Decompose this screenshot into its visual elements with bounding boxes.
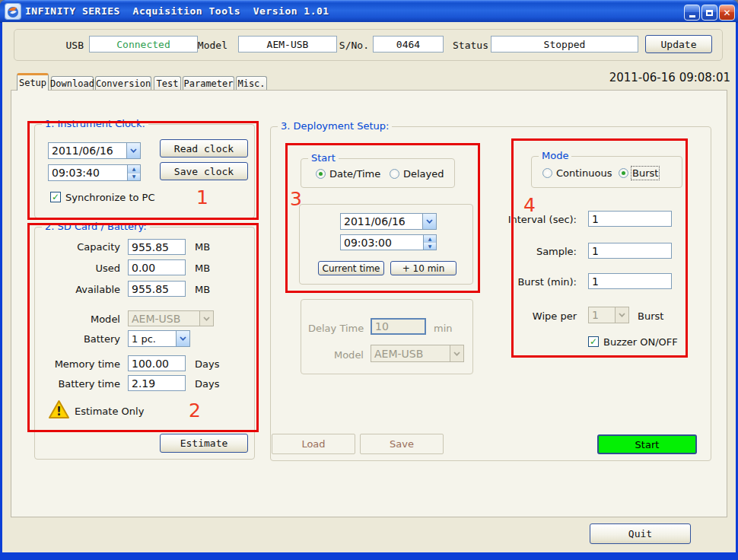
delay-model-value: AEM-USB [371, 345, 450, 361]
delay-time-label: Delay Time [308, 323, 364, 334]
battery-value: 1 pc. [129, 331, 176, 346]
load-button[interactable]: Load [272, 434, 355, 454]
battery-label: Battery [37, 333, 120, 345]
radio-burst-label: Burst [632, 167, 658, 179]
sd-model-label: Model [37, 313, 120, 325]
wipe-per-value: 1 [589, 307, 615, 323]
delay-time-unit: min [434, 323, 453, 334]
minimize-icon [689, 15, 695, 18]
battery-time-label: Battery time [37, 378, 120, 390]
quit-button[interactable]: Quit [590, 523, 691, 544]
close-button[interactable]: ✕ [719, 5, 735, 21]
available-label: Available [37, 284, 120, 295]
capacity-field[interactable]: 955.85 [128, 239, 186, 255]
capacity-unit: MB [195, 241, 210, 253]
delay-model-select: AEM-USB [371, 345, 464, 362]
buzzer-label: Buzzer ON/OFF [603, 336, 678, 348]
battery-dropdown-arrow-icon[interactable] [176, 331, 189, 346]
status-field: Stopped [491, 36, 638, 52]
available-unit: MB [195, 284, 210, 295]
deploy-date-value: 2011/06/16 [341, 214, 422, 229]
battery-time-field[interactable]: 2.19 [128, 375, 186, 391]
start-group-title: Start [308, 152, 339, 164]
tab-misc[interactable]: Misc. [236, 76, 267, 91]
check-icon: ✓ [590, 337, 597, 346]
sync-to-pc-checkbox[interactable]: ✓ [50, 192, 61, 202]
annotation-number-4: 4 [523, 196, 536, 215]
app-icon [5, 4, 21, 19]
burst-min-field[interactable]: 1 [588, 273, 672, 289]
memory-time-unit: Days [195, 358, 219, 370]
radio-date-time-label: Date/Time [329, 168, 380, 180]
tab-download[interactable]: Download [51, 76, 94, 91]
deploy-date-dropdown-arrow-icon[interactable] [422, 214, 436, 229]
mode-group-title: Mode [539, 150, 571, 162]
check-icon: ✓ [52, 192, 59, 202]
clock-time-value: 09:03:40 [49, 165, 127, 180]
delay-model-label: Model [329, 349, 364, 361]
status-label: Status [453, 40, 488, 51]
spinner-down-icon[interactable]: ▼ [424, 242, 436, 250]
sd-model-value: AEM-USB [129, 311, 199, 326]
spinner-down-icon[interactable]: ▼ [128, 173, 140, 181]
usb-label: USB [47, 40, 84, 51]
sdcard-battery-title: 2. SD Card / Battery: [42, 221, 150, 233]
sample-field[interactable]: 1 [588, 243, 672, 259]
usb-status-field: Connected [89, 36, 198, 52]
model-label: Model [194, 40, 227, 51]
tab-test[interactable]: Test [154, 76, 181, 91]
annotation-number-2: 2 [189, 401, 201, 420]
start-button[interactable]: Start [597, 434, 697, 454]
sync-to-pc-label: Synchronize to PC [65, 192, 155, 203]
spinner-up-icon[interactable]: ▲ [424, 235, 436, 242]
tab-conversion[interactable]: Conversion [95, 76, 151, 91]
delay-group [301, 299, 473, 374]
sd-model-select: AEM-USB [128, 310, 214, 326]
radio-continuous-label: Continuous [556, 167, 612, 179]
wipe-per-label: Wipe per [493, 310, 577, 322]
used-unit: MB [195, 262, 210, 274]
available-field[interactable]: 955.85 [128, 281, 186, 297]
clock-date-dropdown-arrow-icon[interactable] [126, 143, 140, 158]
radio-dot-icon [319, 172, 323, 176]
deploy-time-spinner[interactable]: 09:03:00 ▲ ▼ [340, 234, 437, 250]
maximize-button[interactable] [701, 5, 717, 21]
deployment-setup-title: 3. Deployment Setup: [278, 120, 392, 132]
radio-continuous[interactable] [542, 168, 552, 178]
save-clock-button[interactable]: Save clock [160, 162, 248, 180]
sample-label: Sample: [493, 246, 577, 257]
plus-ten-min-button[interactable]: + 10 min [390, 261, 456, 275]
close-icon: ✕ [723, 8, 730, 18]
radio-delayed[interactable] [390, 169, 399, 179]
estimate-only-note: Estimate Only [75, 406, 144, 417]
wipe-per-unit: Burst [638, 310, 663, 322]
radio-delayed-label: Delayed [403, 168, 444, 180]
burst-min-label: Burst (min): [493, 276, 577, 288]
maximize-icon [706, 10, 713, 16]
buzzer-checkbox[interactable]: ✓ [588, 336, 599, 347]
clock-date-select[interactable]: 2011/06/16 [48, 142, 141, 159]
serial-number-field: 0464 [373, 36, 444, 52]
battery-time-unit: Days [195, 378, 219, 390]
current-time-button[interactable]: Current time [318, 261, 384, 275]
estimate-button[interactable]: Estimate [160, 434, 248, 453]
interval-field[interactable]: 1 [588, 211, 672, 227]
delay-model-dropdown-arrow-icon [450, 345, 463, 361]
used-field[interactable]: 0.00 [128, 259, 186, 275]
radio-date-time[interactable] [316, 169, 326, 179]
memory-time-field[interactable]: 100.00 [128, 355, 186, 371]
spinner-up-icon[interactable]: ▲ [128, 165, 140, 173]
title-bar: INFINITY SERIES Acquisition Tools Versio… [0, 0, 738, 23]
deploy-date-select[interactable]: 2011/06/16 [340, 213, 437, 230]
delay-time-field: 10 [371, 318, 426, 335]
capacity-label: Capacity [37, 241, 120, 253]
clock-time-spinner[interactable]: 09:03:40 ▲ ▼ [48, 164, 141, 181]
read-clock-button[interactable]: Read clock [160, 139, 248, 158]
save-button[interactable]: Save [360, 434, 444, 454]
minimize-button[interactable] [684, 5, 700, 21]
battery-select[interactable]: 1 pc. [128, 330, 190, 347]
tab-setup[interactable]: Setup [17, 73, 49, 91]
tab-parameter[interactable]: Parameter [183, 76, 234, 91]
update-button[interactable]: Update [645, 35, 712, 53]
radio-burst[interactable] [619, 168, 628, 178]
